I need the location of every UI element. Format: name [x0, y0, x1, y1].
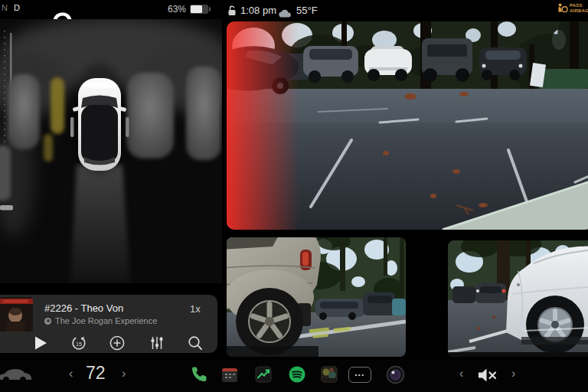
battery-percent: 63% [168, 4, 186, 15]
proximity-warning-overlay [227, 21, 299, 230]
clock: 1:08 pm [240, 5, 276, 16]
unlocked-icon [227, 5, 237, 19]
show-row[interactable]: The Joe Rogan Experience [44, 316, 157, 325]
media-player-card[interactable]: #2226 - Theo Von The Joe Rogan Experienc… [0, 295, 217, 353]
album-art[interactable] [0, 297, 33, 332]
gear-drive: D [14, 3, 21, 12]
left-repeater-camera-view[interactable] [227, 237, 406, 357]
dashcam-button[interactable] [386, 365, 405, 387]
passenger-airbag-indicator: PASS AIRBAG [557, 2, 588, 14]
ego-car-topdown [73, 78, 127, 171]
right-repeater-camera-view[interactable] [448, 240, 588, 357]
volume-muted-icon[interactable] [478, 368, 498, 386]
skip-forward-button[interactable]: 15 [70, 335, 87, 351]
taskbar: ‹ 72 › [0, 360, 588, 392]
show-name: The Joe Rogan Experience [55, 316, 157, 325]
airbag-label-2: AIRBAG [570, 8, 588, 14]
track-title[interactable]: #2226 - Theo Von [44, 302, 123, 314]
rear-camera-view[interactable] [227, 21, 588, 230]
svg-text:15: 15 [76, 341, 82, 347]
spotify-app-button[interactable] [288, 365, 306, 387]
airbag-icon [557, 2, 568, 14]
green-fence [539, 69, 588, 89]
volume-down-button[interactable]: ‹ [459, 368, 463, 380]
airbag-label-1: PASS [570, 3, 588, 8]
cabin-temperature[interactable]: 72 [86, 363, 106, 384]
stocks-app-button[interactable] [255, 366, 272, 386]
playback-rate[interactable]: 1x [190, 303, 201, 315]
drive-path [70, 165, 130, 283]
play-button[interactable] [32, 335, 49, 351]
phone-app-button[interactable] [190, 365, 208, 387]
weather-cloud-icon [278, 7, 292, 21]
equalizer-settings-button[interactable] [149, 335, 165, 351]
battery-status: 63% [168, 4, 208, 15]
volume-up-button[interactable]: › [511, 368, 515, 380]
theater-app-button[interactable] [320, 365, 338, 387]
gear-neutral: N [2, 3, 8, 12]
outside-temperature: 55°F [296, 5, 318, 16]
temp-decrease-button[interactable]: ‹ [69, 368, 73, 380]
vehicle-visualization [0, 19, 222, 283]
tesla-dashboard: ND 63% 0 MPH SPEED LIMIT 15 [0, 0, 588, 392]
battery-icon [190, 5, 208, 14]
search-button[interactable] [187, 335, 204, 351]
temp-increase-button[interactable]: › [122, 368, 126, 380]
gear-indicator: ND [2, 3, 21, 12]
car-settings-button[interactable] [0, 366, 32, 386]
more-apps-button[interactable]: ••• [348, 367, 371, 383]
show-icon [44, 318, 51, 325]
calendar-app-button[interactable] [221, 366, 238, 386]
add-to-favorites-button[interactable] [109, 335, 126, 351]
